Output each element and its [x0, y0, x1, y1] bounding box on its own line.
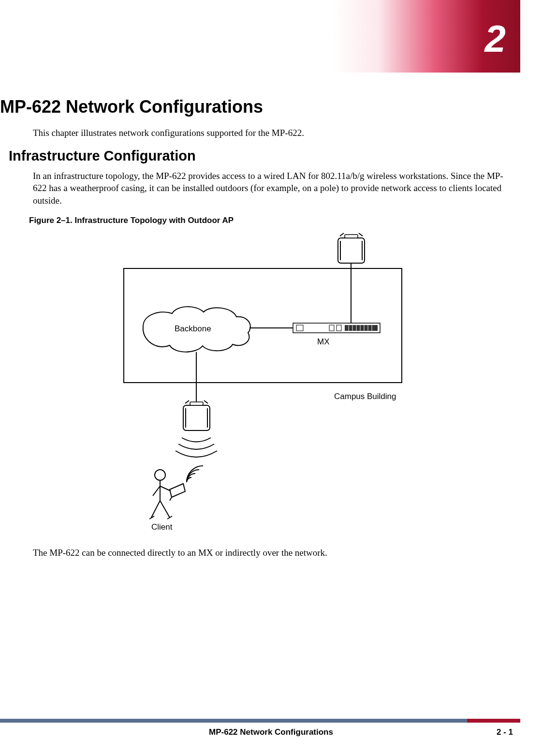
svg-line-29	[167, 516, 172, 519]
footer-bar-accent	[467, 719, 520, 723]
client-wifi-icon	[187, 466, 203, 482]
svg-rect-18	[183, 405, 210, 430]
svg-line-16	[359, 233, 363, 236]
indoor-ap-icon	[338, 233, 365, 263]
page-footer: MP-622 Network Configurations 2 - 1	[0, 719, 542, 739]
svg-rect-4	[345, 325, 378, 331]
footer-title: MP-622 Network Configurations	[0, 727, 542, 737]
chapter-number: 2	[485, 17, 506, 61]
footer-bar	[0, 719, 520, 723]
figure-caption: Figure 2–1. Infrastructure Topology with…	[29, 216, 508, 225]
backbone-label: Backbone	[175, 324, 211, 333]
svg-rect-23	[190, 402, 203, 405]
wireless-waves-icon	[176, 438, 217, 457]
svg-point-24	[155, 470, 165, 480]
outdoor-ap-icon	[183, 400, 210, 430]
svg-line-32	[170, 497, 172, 501]
svg-line-26	[151, 501, 160, 518]
svg-line-21	[185, 400, 189, 403]
building-label: Campus Building	[334, 392, 396, 401]
svg-line-22	[204, 400, 208, 403]
page-content: MP-622 Network Configurations This chapt…	[0, 97, 542, 567]
mx-label: MX	[317, 337, 330, 346]
svg-line-31	[160, 486, 171, 491]
chapter-title: MP-622 Network Configurations	[0, 97, 508, 117]
svg-line-15	[340, 233, 344, 236]
svg-rect-12	[338, 238, 365, 263]
section-para-1: In an infrastructure topology, the MP-62…	[33, 170, 508, 207]
client-label: Client	[151, 522, 173, 532]
client-icon	[149, 470, 185, 519]
network-diagram: Campus Building Backbone	[97, 232, 411, 532]
svg-line-30	[153, 486, 160, 496]
backbone-cloud: Backbone	[143, 307, 250, 352]
section-title: Infrastructure Configuration	[9, 148, 508, 164]
chapter-intro: This chapter illustrates network configu…	[33, 127, 508, 139]
svg-rect-17	[345, 235, 358, 238]
footer-page-number: 2 - 1	[497, 727, 513, 737]
mx-switch: MX	[293, 323, 380, 346]
svg-line-27	[160, 501, 170, 518]
section-para-2: The MP-622 can be connected directly to …	[33, 547, 508, 559]
